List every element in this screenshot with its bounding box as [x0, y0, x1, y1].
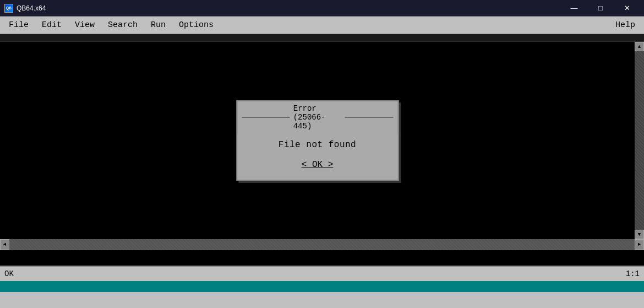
teal-bar: [0, 281, 644, 292]
minimize-button[interactable]: —: [561, 2, 587, 14]
scroll-track-horizontal[interactable]: [9, 239, 635, 250]
menu-search[interactable]: Search: [101, 18, 144, 32]
menu-options[interactable]: Options: [172, 18, 220, 32]
dialog-message: File not found: [246, 140, 389, 150]
status-text: OK: [4, 269, 626, 278]
vertical-scrollbar[interactable]: ▲ ▼: [635, 42, 644, 239]
scroll-up-button[interactable]: ▲: [635, 42, 644, 51]
scroll-track-vertical[interactable]: [635, 51, 644, 230]
status-bar: OK 1:1: [0, 266, 644, 281]
app-icon: QB: [4, 4, 13, 13]
menu-edit[interactable]: Edit: [35, 18, 68, 32]
top-bar: [0, 34, 644, 42]
main-editor-area: Error (25066-445) File not found < OK > …: [0, 34, 644, 266]
maximize-button[interactable]: □: [588, 2, 613, 14]
close-button[interactable]: ✕: [614, 2, 640, 14]
app-icon-label: QB: [6, 6, 12, 10]
dialog-body: File not found < OK >: [237, 133, 397, 180]
window-controls: — □ ✕: [561, 2, 640, 14]
cursor-position: 1:1: [626, 269, 640, 278]
horizontal-scrollbar[interactable]: ◄ ►: [0, 239, 644, 250]
menu-help[interactable]: Help: [609, 18, 642, 32]
scroll-left-button[interactable]: ◄: [0, 239, 9, 250]
title-bar: QB QB64.x64 — □ ✕: [0, 0, 644, 17]
editor-content[interactable]: Error (25066-445) File not found < OK >: [0, 42, 635, 239]
scroll-down-button[interactable]: ▼: [635, 230, 644, 239]
title-line-left: [242, 117, 290, 118]
title-left: QB QB64.x64: [4, 4, 46, 13]
window-title: QB64.x64: [17, 4, 46, 12]
scroll-right-button[interactable]: ►: [635, 239, 644, 250]
dialog-header: Error (25066-445): [237, 101, 397, 133]
editor-row: Error (25066-445) File not found < OK > …: [0, 42, 644, 239]
menu-file[interactable]: File: [2, 18, 35, 32]
menu-bar: File Edit View Search Run Options Help: [0, 17, 644, 34]
menu-view[interactable]: View: [68, 18, 101, 32]
error-dialog: Error (25066-445) File not found < OK >: [236, 100, 399, 181]
title-line-right: [345, 117, 393, 118]
menu-run[interactable]: Run: [144, 18, 172, 32]
dialog-ok-button[interactable]: < OK >: [297, 159, 338, 171]
dialog-title: Error (25066-445): [293, 104, 342, 131]
